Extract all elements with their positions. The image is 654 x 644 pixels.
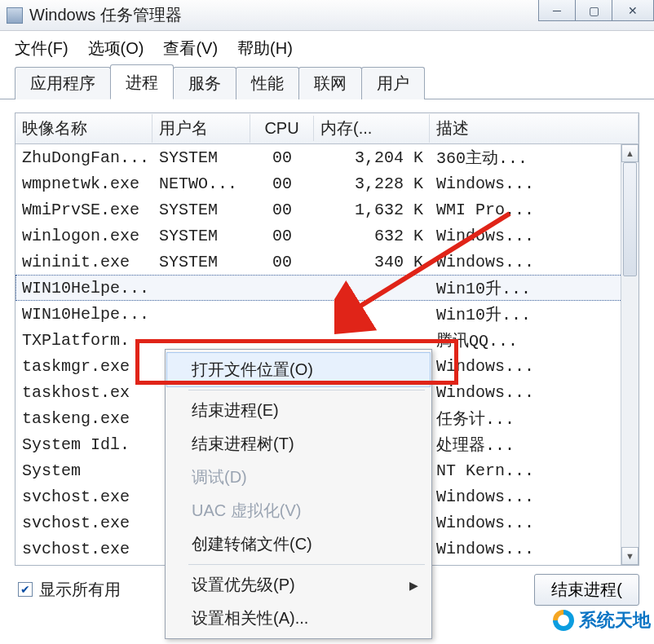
description-cell: Windows... [430, 536, 639, 562]
table-header: 映像名称 用户名 CPU 内存(... 描述 [15, 113, 639, 144]
memory-cell [314, 337, 430, 343]
table-row[interactable]: WmiPrvSE.exeSYSTEM001,632 KWMI Pro... [15, 196, 639, 223]
menu-help[interactable]: 帮助(H) [232, 34, 298, 63]
close-button[interactable]: ✕ [612, 0, 654, 21]
cpu-cell: 00 [250, 171, 314, 196]
col-description[interactable]: 描述 [430, 114, 639, 143]
cpu-cell: 00 [250, 197, 314, 223]
description-cell: 360主动... [430, 143, 639, 172]
table-row[interactable]: wininit.exeSYSTEM00340 KWindows... [15, 249, 639, 275]
window-title: Windows 任务管理器 [29, 4, 182, 26]
image-name-cell: taskeng.exe [15, 406, 152, 431]
show-all-users-checkbox[interactable]: ✔ 显示所有用 [18, 579, 121, 601]
image-name-cell: svchost.exe [15, 484, 152, 509]
ctx-end-process-tree[interactable]: 结束进程树(T) [167, 427, 430, 461]
tab-processes[interactable]: 进程 [110, 64, 174, 99]
user-cell: SYSTEM [152, 249, 250, 275]
image-name-cell: System Idl. [15, 432, 152, 457]
watermark: 系统天地 [553, 608, 651, 633]
menu-file[interactable]: 文件(F) [10, 34, 73, 63]
ctx-set-affinity[interactable]: 设置相关性(A)... [167, 602, 430, 635]
image-name-cell: svchost.exe [15, 510, 152, 536]
cpu-cell: 00 [250, 249, 314, 275]
image-name-cell: TXPlatform. [15, 328, 152, 353]
description-cell: Windows... [430, 510, 639, 536]
description-cell: Windows... [430, 171, 639, 196]
maximize-button[interactable]: ▢ [575, 0, 612, 21]
app-icon [7, 7, 23, 24]
ctx-create-dump[interactable]: 创建转储文件(C) [167, 527, 430, 561]
ctx-set-priority[interactable]: 设置优先级(P) ▶ [167, 568, 430, 602]
description-cell: WMI Pro... [430, 197, 639, 223]
description-cell: Windows... [430, 223, 639, 249]
col-memory[interactable]: 内存(... [314, 114, 430, 143]
scroll-thumb[interactable] [623, 162, 637, 276]
description-cell: 任务计... [430, 404, 639, 433]
memory-cell: 632 K [314, 223, 430, 249]
memory-cell: 1,632 K [314, 197, 430, 223]
scroll-down-arrow[interactable]: ▼ [621, 547, 639, 565]
tab-applications[interactable]: 应用程序 [15, 67, 111, 99]
ctx-debug: 调试(D) [167, 461, 430, 494]
watermark-icon [553, 610, 574, 631]
image-name-cell: svchost.exe [15, 536, 152, 562]
user-cell [152, 285, 250, 291]
table-row[interactable]: winlogon.exeSYSTEM00632 KWindows... [15, 223, 639, 249]
cpu-cell: 00 [250, 145, 314, 170]
show-all-users-label: 显示所有用 [39, 579, 121, 601]
menu-options[interactable]: 选项(O) [83, 34, 149, 63]
image-name-cell: winlogon.exe [15, 223, 152, 249]
scroll-up-arrow[interactable]: ▲ [621, 144, 639, 162]
description-cell: Win10升... [430, 300, 639, 329]
menu-bar: 文件(F) 选项(O) 查看(V) 帮助(H) [0, 31, 654, 62]
image-name-cell: taskmgr.exe [15, 354, 152, 379]
col-cpu[interactable]: CPU [250, 116, 314, 141]
col-image-name[interactable]: 映像名称 [15, 114, 152, 143]
tab-users[interactable]: 用户 [361, 67, 425, 99]
tab-performance[interactable]: 性能 [236, 67, 299, 99]
end-process-button[interactable]: 结束进程( [534, 574, 639, 606]
memory-cell [314, 311, 430, 317]
watermark-text: 系统天地 [579, 608, 651, 633]
image-name-cell: wininit.exe [15, 249, 152, 275]
ctx-uac-virtualization: UAC 虚拟化(V) [167, 494, 430, 527]
description-cell: Windows... [430, 249, 639, 275]
user-cell: SYSTEM [152, 197, 250, 223]
image-name-cell: wmpnetwk.exe [15, 171, 152, 196]
table-row[interactable]: wmpnetwk.exeNETWO...003,228 KWindows... [15, 170, 639, 196]
menu-view[interactable]: 查看(V) [158, 34, 223, 63]
description-cell: Windows... [430, 354, 639, 379]
ctx-separator [188, 564, 425, 565]
window-controls: ─ ▢ ✕ [539, 0, 654, 21]
table-row[interactable]: WIN10Helpe...Win10升... [15, 301, 639, 327]
ctx-end-process[interactable]: 结束进程(E) [167, 394, 430, 427]
image-name-cell: WIN10Helpe... [15, 276, 152, 301]
image-name-cell: ZhuDongFan... [15, 145, 152, 170]
minimize-button[interactable]: ─ [538, 0, 576, 21]
ctx-set-priority-label: 设置优先级(P) [192, 576, 295, 593]
cpu-cell [250, 285, 314, 291]
description-cell: 腾讯QQ... [430, 326, 639, 355]
image-name-cell: WmiPrvSE.exe [15, 197, 152, 223]
user-cell: SYSTEM [152, 223, 250, 249]
user-cell: SYSTEM [152, 145, 250, 170]
scroll-track[interactable] [621, 162, 639, 547]
description-cell: 处理器... [430, 430, 639, 459]
table-row[interactable]: ZhuDongFan...SYSTEM003,204 K360主动... [15, 144, 639, 170]
tab-services[interactable]: 服务 [173, 67, 236, 99]
cpu-cell: 00 [250, 223, 314, 249]
cpu-cell [250, 311, 314, 317]
table-row[interactable]: WIN10Helpe...Win10升... [15, 275, 639, 301]
user-cell: NETWO... [152, 171, 250, 196]
image-name-cell: taskhost.ex [15, 380, 152, 405]
image-name-cell: System [15, 458, 152, 483]
title-bar: Windows 任务管理器 ─ ▢ ✕ [0, 0, 654, 31]
col-user-name[interactable]: 用户名 [152, 114, 250, 143]
tab-networking[interactable]: 联网 [298, 67, 362, 99]
ctx-open-file-location[interactable]: 打开文件位置(O) [166, 352, 431, 387]
description-cell: Win10升... [430, 274, 639, 302]
memory-cell: 340 K [314, 249, 430, 275]
user-cell [152, 337, 250, 343]
submenu-arrow-icon: ▶ [409, 579, 418, 592]
vertical-scrollbar[interactable]: ▲ ▼ [621, 144, 639, 565]
